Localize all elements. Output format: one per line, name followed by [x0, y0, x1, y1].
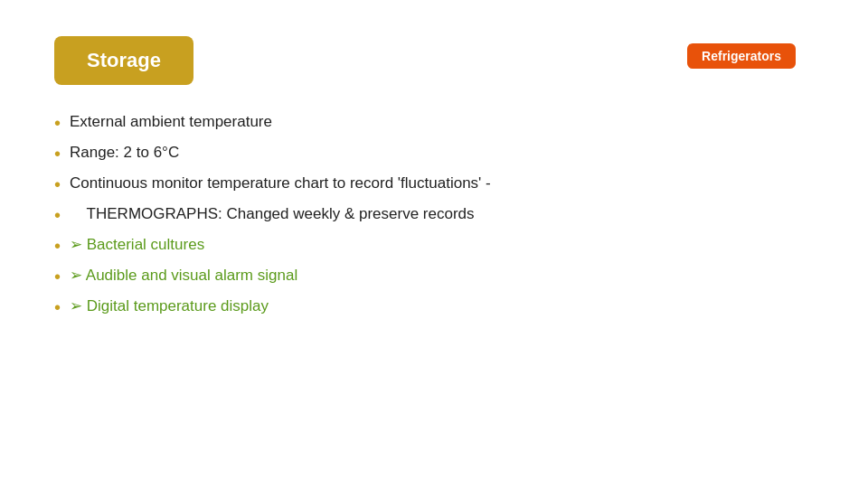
- bullet-icon: •: [54, 172, 61, 197]
- list-item-text: Range: 2 to 6°C: [70, 141, 814, 164]
- bullet-icon: •: [54, 141, 61, 166]
- list-item: • ➢ Digital temperature display: [54, 295, 814, 320]
- list-item-text: ➢ Audible and visual alarm signal: [70, 264, 814, 287]
- list-item: • External ambient temperature: [54, 110, 814, 136]
- list-item: • ➢ Bacterial cultures: [54, 233, 814, 258]
- list-item-text: ➢ Digital temperature display: [70, 295, 814, 318]
- bullet-icon: •: [54, 264, 61, 289]
- list-item: • THERMOGRAPHS: Changed weekly & preserv…: [54, 202, 814, 228]
- list-item-text: THERMOGRAPHS: Changed weekly & preserve …: [70, 202, 814, 226]
- list-item-text: Continuous monitor temperature chart to …: [70, 172, 814, 195]
- list-item-text: External ambient temperature: [70, 110, 814, 134]
- bullet-list: • External ambient temperature • Range: …: [54, 110, 814, 320]
- slide: Storage Refrigerators • External ambient…: [0, 0, 868, 488]
- list-item-text: ➢ Bacterial cultures: [70, 233, 814, 257]
- bullet-icon: •: [54, 110, 61, 136]
- bullet-icon: •: [54, 233, 61, 258]
- list-item: • Continuous monitor temperature chart t…: [54, 172, 814, 197]
- storage-badge: Storage: [54, 36, 193, 85]
- refrigerators-badge: Refrigerators: [687, 43, 796, 69]
- list-item: • ➢ Audible and visual alarm signal: [54, 264, 814, 289]
- bullet-icon: •: [54, 202, 61, 228]
- bullet-icon: •: [54, 295, 61, 320]
- list-item: • Range: 2 to 6°C: [54, 141, 814, 166]
